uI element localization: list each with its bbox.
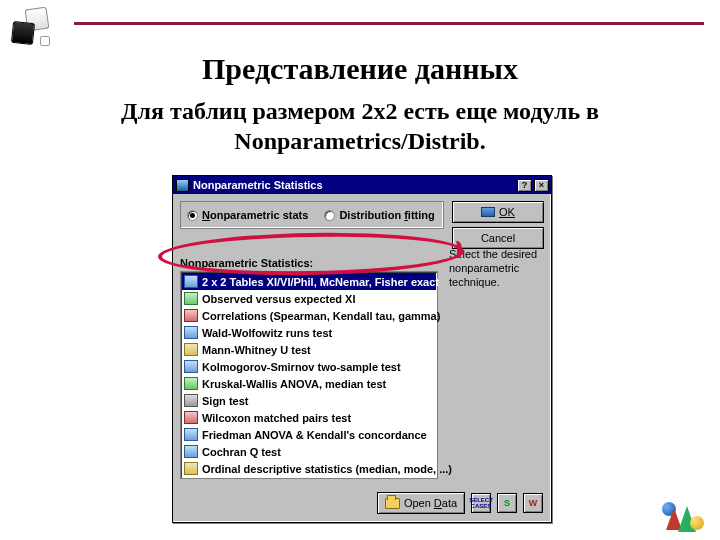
list-item-mann-whitney[interactable]: Mann-Whitney U test <box>182 341 436 358</box>
test-icon <box>184 411 198 424</box>
select-cases-button[interactable]: SELECT CASES <box>471 493 491 513</box>
nonparametric-dialog: Nonparametric Statistics ? × Nonparametr… <box>172 175 552 523</box>
decor-shapes <box>660 494 710 534</box>
list-item-friedman[interactable]: Friedman ANOVA & Kendall's concordance <box>182 426 436 443</box>
mode-radio-group: Nonparametric stats Distribution fitting <box>180 201 444 229</box>
list-item-sign-test[interactable]: Sign test <box>182 392 436 409</box>
ok-icon <box>481 207 495 217</box>
radio-distribution-fitting[interactable]: Distribution fitting <box>324 209 434 221</box>
bar-icon <box>184 462 198 475</box>
list-item-2x2-tables[interactable]: 2 x 2 Tables XI/VI/Phil, McNemar, Fisher… <box>182 273 436 290</box>
dialog-titlebar: Nonparametric Statistics ? × <box>173 176 551 194</box>
ok-button[interactable]: OK <box>452 201 544 223</box>
runs-icon <box>184 326 198 339</box>
list-item-observed-expected[interactable]: Observed versus expected XI <box>182 290 436 307</box>
list-item-cochran-q[interactable]: Cochran Q test <box>182 443 436 460</box>
radio-nonparametric[interactable]: Nonparametric stats <box>187 209 308 221</box>
chart-icon <box>184 309 198 322</box>
test-icon <box>184 360 198 373</box>
grid-icon <box>184 292 198 305</box>
list-item-wald-wolfowitz[interactable]: Wald-Wolfowitz runs test <box>182 324 436 341</box>
list-item-correlations[interactable]: Correlations (Spearman, Kendall tau, gam… <box>182 307 436 324</box>
grid-icon <box>184 275 198 288</box>
test-icon <box>184 343 198 356</box>
radio-dot-selected-icon <box>187 210 198 221</box>
w-button[interactable]: W <box>523 493 543 513</box>
sign-icon <box>184 394 198 407</box>
test-icon <box>184 377 198 390</box>
sigma-button[interactable]: S <box>497 493 517 513</box>
test-icon <box>184 428 198 441</box>
app-icon <box>176 179 189 192</box>
open-data-button[interactable]: Open Data <box>377 492 465 514</box>
list-item-wilcoxon[interactable]: Wilcoxon matched pairs test <box>182 409 436 426</box>
folder-icon <box>385 498 400 509</box>
slide-title: Представление данных <box>0 52 720 86</box>
header-divider <box>74 22 704 25</box>
close-button[interactable]: × <box>534 179 549 192</box>
radio-dot-icon <box>324 210 335 221</box>
list-item-kruskal-wallis[interactable]: Kruskal-Wallis ANOVA, median test <box>182 375 436 392</box>
decor-dice <box>8 8 66 48</box>
list-item-kolmogorov-smirnov[interactable]: Kolmogorov-Smirnov two-sample test <box>182 358 436 375</box>
binary-icon <box>184 445 198 458</box>
list-item-ordinal-descriptive[interactable]: Ordinal descriptive statistics (median, … <box>182 460 436 477</box>
dialog-title: Nonparametric Statistics <box>193 179 515 191</box>
help-text: Select the desired nonparametric techniq… <box>449 248 541 289</box>
slide-subtitle: Для таблиц размером 2х2 есть еще модуль … <box>40 96 680 156</box>
cancel-button[interactable]: Cancel <box>452 227 544 249</box>
help-button[interactable]: ? <box>517 179 532 192</box>
tests-listbox[interactable]: 2 x 2 Tables XI/VI/Phil, McNemar, Fisher… <box>180 271 438 479</box>
